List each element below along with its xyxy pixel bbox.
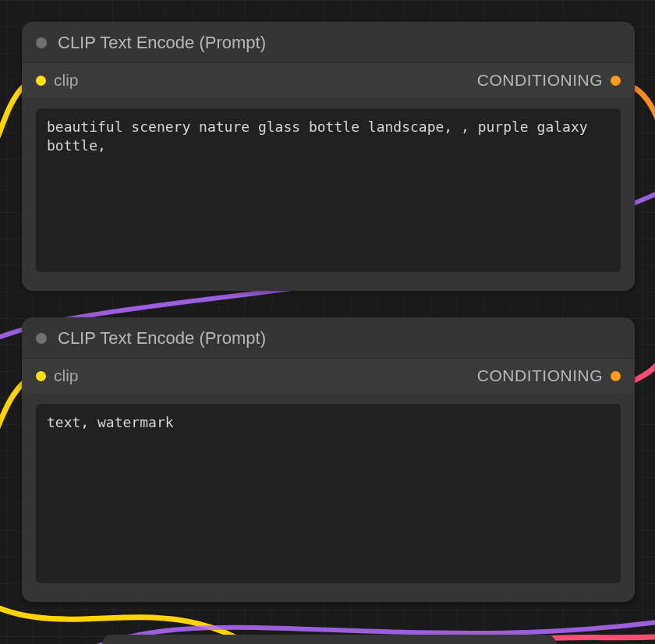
output-port-conditioning[interactable]: CONDITIONING (477, 71, 621, 90)
prompt-text-input[interactable] (36, 108, 621, 272)
node-ports-row: clip CONDITIONING (22, 359, 635, 393)
input-port-label: clip (54, 366, 79, 385)
input-port-label: clip (54, 71, 79, 90)
port-dot-icon[interactable] (36, 371, 46, 381)
node-header[interactable]: CLIP Text Encode (Prompt) (22, 317, 635, 359)
port-dot-icon[interactable] (611, 76, 621, 86)
node-ports-row: clip CONDITIONING (22, 63, 635, 97)
port-dot-icon[interactable] (611, 371, 621, 381)
clip-text-encode-node[interactable]: CLIP Text Encode (Prompt) clip CONDITION… (22, 22, 635, 291)
node-body (22, 97, 635, 291)
output-port-conditioning[interactable]: CONDITIONING (477, 366, 621, 385)
node-title: CLIP Text Encode (Prompt) (58, 33, 266, 53)
node-canvas[interactable]: CLIP Text Encode (Prompt) clip CONDITION… (0, 0, 655, 644)
prompt-text-input[interactable] (36, 404, 621, 583)
collapse-dot-icon[interactable] (36, 333, 47, 344)
output-port-label: CONDITIONING (477, 366, 603, 385)
output-port-label: CONDITIONING (477, 71, 603, 90)
node-title: CLIP Text Encode (Prompt) (58, 328, 266, 349)
clip-text-encode-node[interactable]: CLIP Text Encode (Prompt) clip CONDITION… (22, 317, 635, 602)
input-port-clip[interactable]: clip (36, 366, 79, 385)
input-port-clip[interactable]: clip (36, 71, 79, 90)
port-dot-icon[interactable] (36, 76, 46, 86)
node-body (22, 393, 635, 602)
node-header[interactable]: CLIP Text Encode (Prompt) (22, 22, 635, 63)
node-partial[interactable] (101, 635, 557, 644)
collapse-dot-icon[interactable] (36, 37, 47, 48)
